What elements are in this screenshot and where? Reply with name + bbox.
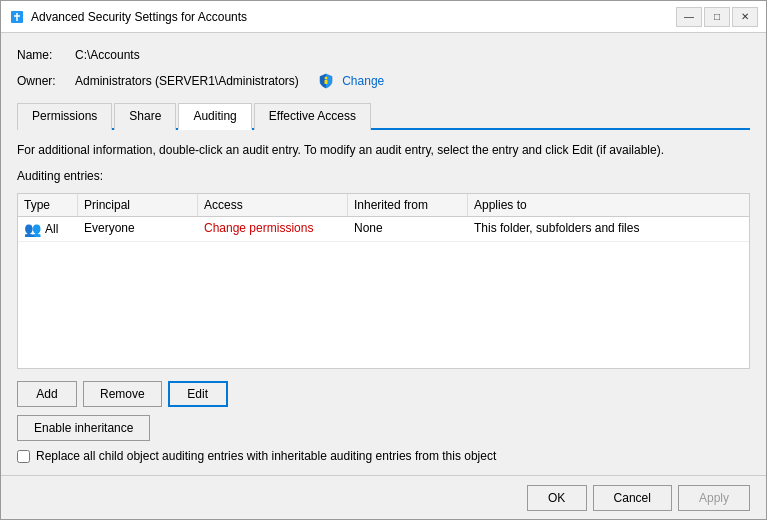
enable-inheritance-button[interactable]: Enable inheritance (17, 415, 150, 441)
edit-button[interactable]: Edit (168, 381, 228, 407)
auditing-entries-label: Auditing entries: (17, 169, 750, 183)
replace-checkbox-row: Replace all child object auditing entrie… (17, 449, 750, 463)
bottom-section: Add Remove Edit Enable inheritance Repla… (17, 381, 750, 463)
owner-value: Administrators (SERVER1\Administrators) (75, 74, 299, 88)
inheritance-row: Enable inheritance (17, 415, 750, 441)
table-header: Type Principal Access Inherited from App… (18, 194, 749, 217)
tabs-bar: Permissions Share Auditing Effective Acc… (17, 101, 750, 130)
svg-rect-2 (325, 80, 328, 84)
window-icon (9, 9, 25, 25)
col-applies-to: Applies to (468, 194, 749, 216)
tab-permissions[interactable]: Permissions (17, 103, 112, 130)
owner-row: Owner: Administrators (SERVER1\Administr… (17, 71, 750, 91)
footer: OK Cancel Apply (1, 475, 766, 519)
title-bar-left: Advanced Security Settings for Accounts (9, 9, 247, 25)
row-type: 👥 All (18, 217, 78, 241)
apply-button[interactable]: Apply (678, 485, 750, 511)
col-principal: Principal (78, 194, 198, 216)
auditing-table: Type Principal Access Inherited from App… (17, 193, 750, 369)
table-row[interactable]: 👥 All Everyone Change permissions None T… (18, 217, 749, 242)
row-inherited-from: None (348, 217, 468, 241)
name-label: Name: (17, 48, 67, 62)
change-owner-link[interactable]: Change (342, 74, 384, 88)
main-window: Advanced Security Settings for Accounts … (0, 0, 767, 520)
add-button[interactable]: Add (17, 381, 77, 407)
owner-label: Owner: (17, 74, 67, 88)
col-access: Access (198, 194, 348, 216)
window-title: Advanced Security Settings for Accounts (31, 10, 247, 24)
shield-icon (318, 73, 334, 89)
replace-checkbox-label: Replace all child object auditing entrie… (36, 449, 496, 463)
title-bar: Advanced Security Settings for Accounts … (1, 1, 766, 33)
row-applies-to: This folder, subfolders and files (468, 217, 749, 241)
remove-button[interactable]: Remove (83, 381, 162, 407)
svg-point-1 (325, 77, 328, 80)
maximize-button[interactable]: □ (704, 7, 730, 27)
minimize-button[interactable]: — (676, 7, 702, 27)
content-area: Name: C:\Accounts Owner: Administrators … (1, 33, 766, 475)
replace-checkbox[interactable] (17, 450, 30, 463)
tab-effective-access[interactable]: Effective Access (254, 103, 371, 130)
row-access: Change permissions (198, 217, 348, 241)
col-type: Type (18, 194, 78, 216)
tab-share[interactable]: Share (114, 103, 176, 130)
row-principal: Everyone (78, 217, 198, 241)
tab-auditing[interactable]: Auditing (178, 103, 251, 130)
name-value: C:\Accounts (75, 48, 140, 62)
close-button[interactable]: ✕ (732, 7, 758, 27)
title-controls: — □ ✕ (676, 7, 758, 27)
user-icon: 👥 (24, 221, 41, 237)
name-row: Name: C:\Accounts (17, 45, 750, 65)
cancel-button[interactable]: Cancel (593, 485, 672, 511)
ok-button[interactable]: OK (527, 485, 587, 511)
description-text: For additional information, double-click… (17, 142, 750, 159)
col-inherited-from: Inherited from (348, 194, 468, 216)
action-buttons: Add Remove Edit (17, 381, 750, 407)
